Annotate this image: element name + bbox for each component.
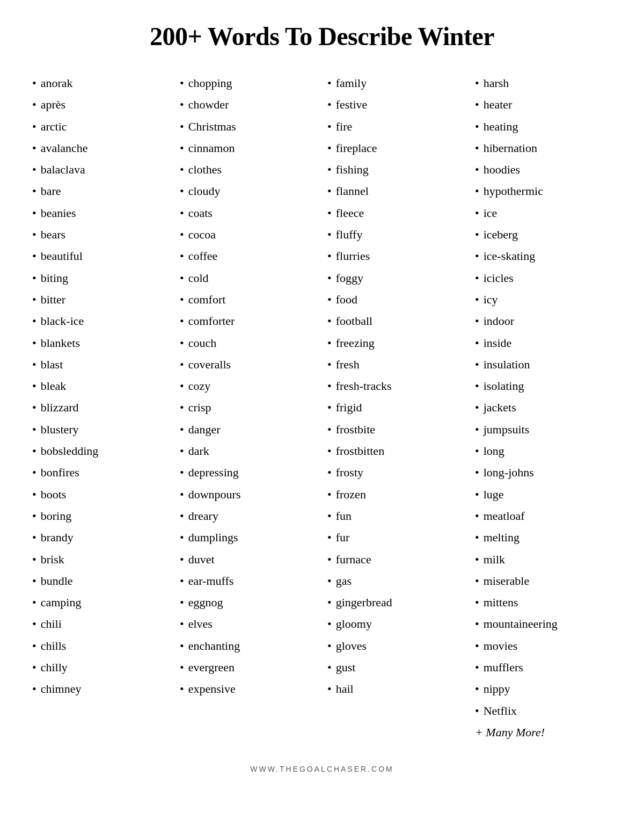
list-item: flannel bbox=[327, 180, 464, 202]
list-item: mittens bbox=[475, 592, 612, 613]
list-item: fireplace bbox=[327, 137, 464, 159]
list-item: long-johns bbox=[475, 462, 612, 483]
list-item: biting bbox=[32, 267, 169, 289]
list-item: chills bbox=[32, 635, 169, 657]
more-items-label: + Many More! bbox=[475, 722, 612, 743]
list-item: gas bbox=[327, 570, 464, 592]
list-item: coats bbox=[180, 202, 317, 224]
list-item: bobsledding bbox=[32, 440, 169, 462]
list-item: gloves bbox=[327, 635, 464, 657]
list-item: comforter bbox=[180, 310, 317, 332]
list-item: bundle bbox=[32, 570, 169, 592]
list-item: brisk bbox=[32, 549, 169, 570]
list-item: heater bbox=[475, 94, 612, 115]
list-item: mountaineering bbox=[475, 613, 612, 635]
list-item: evergreen bbox=[180, 657, 317, 678]
list-item: heating bbox=[475, 116, 612, 137]
list-item: blankets bbox=[32, 332, 169, 354]
list-item: football bbox=[327, 310, 464, 332]
list-item: chili bbox=[32, 613, 169, 635]
list-item: bleak bbox=[32, 375, 169, 397]
list-item: nippy bbox=[475, 678, 612, 700]
list-item: expensive bbox=[180, 678, 317, 700]
list-item: fire bbox=[327, 116, 464, 137]
list-item: iceberg bbox=[475, 224, 612, 245]
list-item: hoodies bbox=[475, 159, 612, 180]
list-item: cinnamon bbox=[180, 137, 317, 159]
list-item: coveralls bbox=[180, 354, 317, 375]
list-item: downpours bbox=[180, 484, 317, 505]
list-item: fluffy bbox=[327, 224, 464, 245]
list-item: fun bbox=[327, 505, 464, 527]
list-item: family bbox=[327, 72, 464, 94]
list-item: dumplings bbox=[180, 527, 317, 548]
word-column-4: harshheaterheatinghibernationhoodieshypo… bbox=[475, 72, 612, 743]
list-item: jumpsuits bbox=[475, 419, 612, 440]
list-item: ice-skating bbox=[475, 245, 612, 267]
list-item: elves bbox=[180, 613, 317, 635]
list-item: crisp bbox=[180, 397, 317, 418]
list-item: blustery bbox=[32, 419, 169, 440]
list-item: insulation bbox=[475, 354, 612, 375]
list-item: food bbox=[327, 289, 464, 310]
list-item: fresh-tracks bbox=[327, 375, 464, 397]
list-item: Christmas bbox=[180, 116, 317, 137]
list-item: festive bbox=[327, 94, 464, 115]
list-item: fishing bbox=[327, 159, 464, 180]
list-item: boots bbox=[32, 484, 169, 505]
list-item: clothes bbox=[180, 159, 317, 180]
list-item: couch bbox=[180, 332, 317, 354]
list-item: inside bbox=[475, 332, 612, 354]
list-item: chilly bbox=[32, 657, 169, 678]
list-item: frigid bbox=[327, 397, 464, 418]
list-item: foggy bbox=[327, 267, 464, 289]
list-item: dark bbox=[180, 440, 317, 462]
list-item: black-ice bbox=[32, 310, 169, 332]
list-item: frostbitten bbox=[327, 440, 464, 462]
list-item: beautiful bbox=[32, 245, 169, 267]
list-item: gingerbread bbox=[327, 592, 464, 613]
list-item: gloomy bbox=[327, 613, 464, 635]
list-item: frozen bbox=[327, 484, 464, 505]
list-item: boring bbox=[32, 505, 169, 527]
list-item: movies bbox=[475, 635, 612, 657]
list-item: miserable bbox=[475, 570, 612, 592]
list-item: indoor bbox=[475, 310, 612, 332]
list-item: cold bbox=[180, 267, 317, 289]
list-item: melting bbox=[475, 527, 612, 548]
list-item: icicles bbox=[475, 267, 612, 289]
list-item: coffee bbox=[180, 245, 317, 267]
list-item: chopping bbox=[180, 72, 317, 94]
list-item: après bbox=[32, 94, 169, 115]
list-item: hibernation bbox=[475, 137, 612, 159]
list-item: cozy bbox=[180, 375, 317, 397]
list-item: bare bbox=[32, 180, 169, 202]
list-item: frostbite bbox=[327, 419, 464, 440]
list-item: bitter bbox=[32, 289, 169, 310]
list-item: balaclava bbox=[32, 159, 169, 180]
list-item: brandy bbox=[32, 527, 169, 548]
list-item: furnace bbox=[327, 549, 464, 570]
list-item: flurries bbox=[327, 245, 464, 267]
list-item: fur bbox=[327, 527, 464, 548]
list-item: blizzard bbox=[32, 397, 169, 418]
list-item: gust bbox=[327, 657, 464, 678]
list-item: blast bbox=[32, 354, 169, 375]
list-item: bonfires bbox=[32, 462, 169, 483]
list-item: luge bbox=[475, 484, 612, 505]
list-item: Netflix bbox=[475, 700, 612, 722]
list-item: mufflers bbox=[475, 657, 612, 678]
list-item: freezing bbox=[327, 332, 464, 354]
list-item: meatloaf bbox=[475, 505, 612, 527]
list-item: hypothermic bbox=[475, 180, 612, 202]
list-item: fleece bbox=[327, 202, 464, 224]
list-item: hail bbox=[327, 678, 464, 700]
list-item: danger bbox=[180, 419, 317, 440]
footer-url: WWW.THEGOALCHASER.COM bbox=[32, 765, 612, 773]
list-item: arctic bbox=[32, 116, 169, 137]
list-item: long bbox=[475, 440, 612, 462]
list-item: harsh bbox=[475, 72, 612, 94]
list-item: anorak bbox=[32, 72, 169, 94]
page-title: 200+ Words To Describe Winter bbox=[32, 21, 612, 51]
list-item: ear-muffs bbox=[180, 570, 317, 592]
